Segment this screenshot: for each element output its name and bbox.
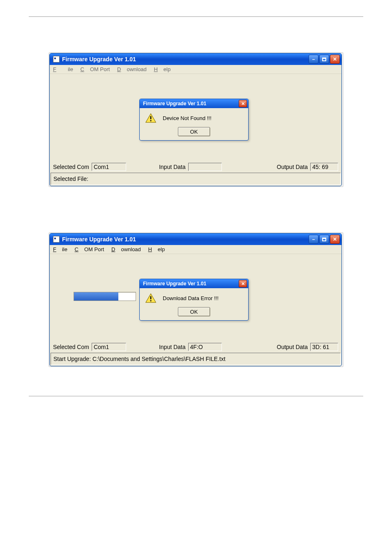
dialog-title-text: Firmware Upgrade Ver 1.01 (143, 101, 206, 106)
svg-rect-4 (150, 296, 152, 299)
ok-button[interactable]: OK (178, 127, 210, 136)
svg-point-2 (150, 120, 151, 121)
output-data-value: 45: 69 (310, 163, 338, 171)
main-window-2: Firmware Upgrade Ver 1.01 – ✕ File COM P… (49, 233, 342, 366)
menu-download[interactable]: Download (111, 246, 141, 252)
menubar: File COM Port Download Help (50, 245, 341, 254)
screenshot-figure-2: Firmware Upgrade Ver 1.01 – ✕ File COM P… (48, 232, 344, 367)
app-icon (53, 236, 60, 243)
page-bottom-rule (29, 396, 363, 396)
progress-bar (74, 292, 136, 301)
selected-com-label: Selected Com (53, 164, 89, 170)
dialog-title-text: Firmware Upgrade Ver 1.01 (143, 281, 206, 287)
window-body: Firmware Upgrade Ver 1.01 ✕ Device Not F… (50, 74, 341, 160)
svg-rect-1 (150, 116, 152, 119)
app-icon (53, 56, 60, 62)
selected-file-text: Selected File: (53, 176, 88, 182)
output-data-value: 3D: 61 (310, 343, 338, 351)
progress-fill (74, 292, 118, 301)
dialog-close-button[interactable]: ✕ (239, 100, 247, 107)
message-dialog-1: Firmware Upgrade Ver 1.01 ✕ Device Not F… (139, 99, 249, 141)
page-top-rule (29, 16, 363, 17)
input-data-label: Input Data (159, 344, 186, 350)
ok-button[interactable]: OK (178, 307, 210, 316)
close-button[interactable]: ✕ (330, 55, 340, 64)
selected-com-value: Com1 (92, 343, 126, 351)
menu-file: File (53, 66, 73, 72)
warning-icon (145, 293, 156, 303)
svg-point-5 (150, 300, 151, 301)
window-body: Firmware Upgrade Ver 1.01 ✕ Download Dat… (50, 254, 341, 340)
titlebar: Firmware Upgrade Ver 1.01 – ✕ (50, 53, 341, 65)
output-data-label: Output Data (277, 164, 308, 170)
menu-help: Help (154, 66, 171, 72)
menu-help[interactable]: Help (148, 246, 165, 252)
input-data-label: Input Data (159, 164, 186, 170)
menu-file[interactable]: File (53, 246, 67, 252)
dialog-title: Firmware Upgrade Ver 1.01 ✕ (140, 99, 248, 108)
maximize-button[interactable] (319, 235, 329, 244)
selected-file-line: Selected File: (51, 173, 341, 185)
input-data-value (188, 163, 222, 171)
window-title: Firmware Upgrade Ver 1.01 (62, 236, 309, 243)
dialog-message: Download Data Error !!! (163, 295, 219, 301)
menu-download: Download (117, 66, 147, 72)
selected-com-label: Selected Com (53, 344, 89, 350)
input-data-value: 4F:O (188, 343, 222, 351)
status-row: Selected Com Com1 Input Data Output Data… (50, 160, 341, 173)
menubar-disabled: File COM Port Download Help (50, 65, 341, 74)
window-title: Firmware Upgrade Ver 1.01 (62, 56, 309, 62)
screenshot-figure-1: Firmware Upgrade Ver 1.01 – ✕ File COM P… (48, 52, 344, 187)
menu-comport[interactable]: COM Port (75, 246, 104, 252)
minimize-button[interactable]: – (309, 235, 318, 244)
titlebar-buttons: – ✕ (309, 235, 340, 244)
selected-com-value: Com1 (92, 163, 126, 171)
main-window-1: Firmware Upgrade Ver 1.01 – ✕ File COM P… (49, 53, 342, 186)
selected-file-line: Start Upgrade: C:\Documents and Settings… (51, 353, 341, 365)
titlebar-buttons: – ✕ (309, 55, 340, 64)
output-data-label: Output Data (277, 344, 308, 350)
warning-icon (145, 113, 156, 123)
status-row: Selected Com Com1 Input Data 4F:O Output… (50, 340, 341, 353)
dialog-title: Firmware Upgrade Ver 1.01 ✕ (140, 279, 248, 288)
dialog-close-button[interactable]: ✕ (239, 280, 247, 287)
dialog-message: Device Not Found !!! (163, 115, 212, 121)
close-button[interactable]: ✕ (330, 235, 340, 244)
selected-file-text: Start Upgrade: C:\Documents and Settings… (53, 356, 226, 362)
message-dialog-2: Firmware Upgrade Ver 1.01 ✕ Download Dat… (139, 279, 249, 321)
menu-comport: COM Port (81, 66, 110, 72)
maximize-button[interactable] (319, 55, 329, 64)
titlebar: Firmware Upgrade Ver 1.01 – ✕ (50, 234, 341, 245)
minimize-button[interactable]: – (309, 55, 318, 64)
